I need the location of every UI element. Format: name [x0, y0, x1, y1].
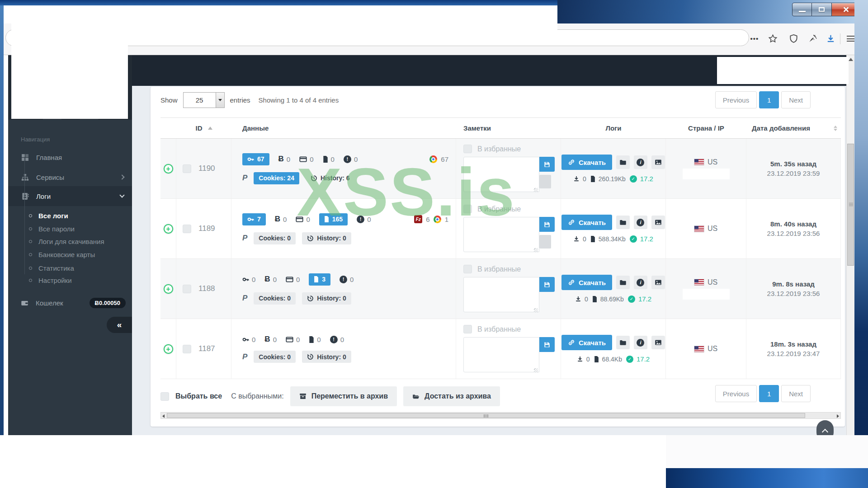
redaction-bottom: [0, 435, 666, 488]
browser-counts: Fz61: [414, 215, 448, 223]
scroll-left-arrow[interactable]: [162, 414, 165, 418]
info-button[interactable]: i: [634, 155, 647, 169]
row-checkbox[interactable]: [183, 285, 191, 293]
sidebar-item-logs[interactable]: Логи: [8, 186, 132, 206]
sidebar-item-home[interactable]: Главная: [8, 149, 132, 166]
download-log-button[interactable]: Скачать: [561, 335, 612, 350]
bitcoin-icon: Ƀ: [278, 155, 284, 164]
info-icon: i: [637, 339, 644, 347]
sidebar-item-services[interactable]: Сервисы: [8, 169, 132, 186]
expand-row-button[interactable]: +: [164, 344, 173, 354]
bottom-window-border: [666, 468, 868, 488]
extract-from-archive-button[interactable]: Достать из архива: [403, 386, 500, 406]
check-circle-icon: ✓: [628, 296, 635, 303]
sidebar-subitem-download-logs[interactable]: Логи для скачивания: [8, 235, 132, 248]
save-note-button[interactable]: [539, 277, 555, 292]
bookmark-star-icon[interactable]: [766, 31, 779, 46]
next-page-button[interactable]: Next: [781, 91, 811, 108]
bottom-right-area: [666, 435, 868, 468]
download-log-button[interactable]: Скачать: [561, 275, 612, 290]
screenshot-button[interactable]: [651, 216, 665, 229]
row-checkbox[interactable]: [183, 164, 191, 173]
row-checkbox[interactable]: [183, 225, 191, 233]
cleaner-broom-icon[interactable]: [806, 31, 819, 46]
log-version: ✓17.2: [630, 175, 653, 183]
select-arrow: [216, 93, 224, 108]
note-textarea[interactable]: [463, 277, 539, 312]
sidebar-subitem-settings[interactable]: Настройки: [8, 274, 132, 287]
horizontal-scrollbar[interactable]: [160, 412, 841, 419]
save-note-button[interactable]: [539, 157, 555, 172]
save-note-button[interactable]: [539, 217, 555, 232]
previous-page-button[interactable]: Previous: [715, 91, 757, 108]
chevron-down-icon: [119, 192, 124, 197]
sidebar-subitem-all-logs[interactable]: Все логи: [8, 209, 132, 222]
note-textarea[interactable]: [463, 337, 539, 372]
favorite-checkbox[interactable]: [463, 265, 472, 273]
table-header-row: ID Данные Заметки Логи Страна / IP Дата …: [160, 117, 841, 139]
hamburger-bars: [847, 36, 854, 42]
previous-page-button[interactable]: Previous: [715, 385, 757, 402]
page-actions-icon[interactable]: •••: [748, 31, 761, 46]
header-id[interactable]: ID: [176, 118, 231, 139]
info-button[interactable]: i: [634, 336, 647, 349]
move-to-archive-button[interactable]: Переместить в архив: [290, 386, 397, 406]
save-note-button[interactable]: [539, 337, 555, 352]
horizontal-scrollbar-thumb[interactable]: [167, 413, 805, 418]
current-page-button[interactable]: 1: [759, 91, 779, 108]
next-page-button[interactable]: Next: [781, 385, 811, 402]
shield-icon[interactable]: [787, 31, 800, 46]
log-version: ✓17.2: [630, 235, 653, 243]
vertical-scrollbar-thumb[interactable]: [847, 144, 854, 266]
folder-button[interactable]: [616, 155, 630, 169]
check-circle-icon: ✓: [626, 356, 633, 363]
browser-vertical-scrollbar[interactable]: [846, 55, 854, 435]
downloads-icon[interactable]: [824, 31, 837, 46]
row-checkbox[interactable]: [183, 345, 191, 353]
sort-both-icon: [834, 126, 837, 131]
window-maximize-button[interactable]: [812, 3, 832, 16]
expand-row-button[interactable]: +: [164, 164, 173, 174]
note-scrollbar: [539, 235, 551, 249]
scroll-right-arrow[interactable]: [837, 414, 839, 418]
favorite-checkbox[interactable]: [463, 145, 472, 153]
header-date-added[interactable]: Дата добавления: [746, 118, 841, 139]
info-button[interactable]: i: [634, 276, 647, 289]
window-minimize-button[interactable]: [792, 3, 812, 16]
expand-row-button[interactable]: +: [164, 224, 173, 234]
history-badge: History: 0: [302, 232, 351, 244]
expand-row-button[interactable]: +: [164, 284, 173, 294]
folder-button[interactable]: [616, 276, 630, 289]
sitemap-icon: [21, 173, 29, 181]
sidebar-subitem-all-passwords[interactable]: Все пароли: [8, 222, 132, 235]
page-size-select[interactable]: 25: [183, 92, 225, 108]
country-code: US: [708, 345, 717, 353]
sidebar-collapse-button[interactable]: «: [107, 317, 132, 333]
subitem-label: Настройки: [38, 277, 72, 284]
current-page-button[interactable]: 1: [759, 385, 779, 402]
screenshot-button[interactable]: [651, 155, 665, 169]
favorite-checkbox[interactable]: [463, 205, 472, 213]
sidebar-subitem-statistics[interactable]: Статистика: [8, 262, 132, 275]
header-label: Данные: [242, 124, 269, 132]
folder-button[interactable]: [616, 336, 630, 349]
address-book-icon: [21, 192, 29, 200]
info-button[interactable]: i: [634, 216, 647, 229]
folder-button[interactable]: [616, 216, 630, 229]
note-textarea[interactable]: [463, 157, 539, 192]
sort-asc-icon: [208, 127, 212, 130]
screenshot-button[interactable]: [651, 336, 665, 349]
sidebar-item-wallet[interactable]: Кошелек Ƀ0.00050: [8, 294, 132, 312]
scroll-up-arrow[interactable]: [849, 58, 853, 61]
wallet-label: Кошелек: [36, 299, 63, 307]
select-all-checkbox[interactable]: [160, 392, 169, 401]
screen: ••• Навигация Главная Сервисы: [0, 0, 868, 488]
screenshot-button[interactable]: [651, 276, 665, 289]
download-log-button[interactable]: Скачать: [561, 215, 612, 230]
download-log-button[interactable]: Скачать: [561, 155, 612, 170]
bullet-icon: [29, 253, 32, 256]
row-id: 1190: [198, 164, 215, 173]
sidebar-subitem-bank-cards[interactable]: Банковские карты: [8, 248, 132, 261]
note-textarea[interactable]: [463, 217, 539, 252]
favorite-checkbox[interactable]: [463, 325, 472, 333]
